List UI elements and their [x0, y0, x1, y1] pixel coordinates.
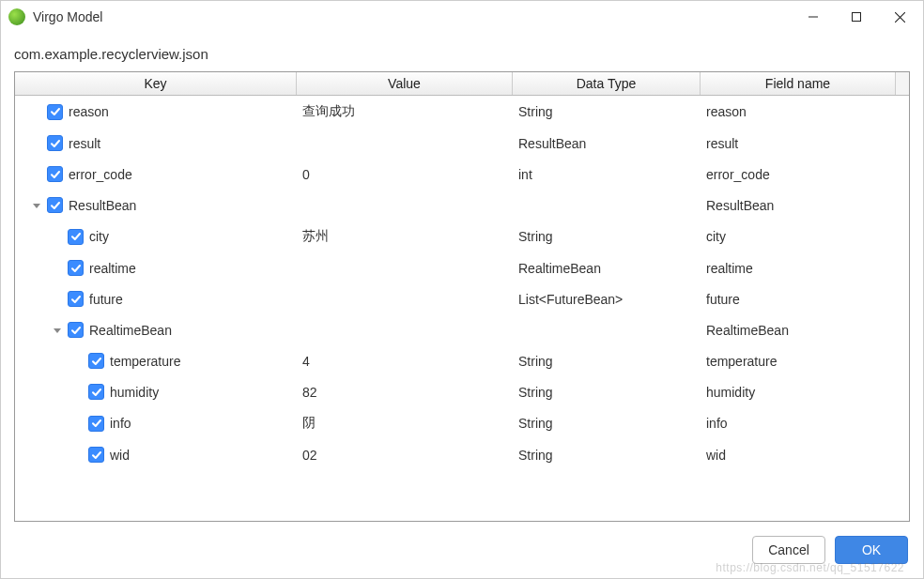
value-cell[interactable]: 苏州: [302, 228, 518, 245]
ok-button[interactable]: OK: [835, 536, 908, 564]
column-header-value[interactable]: Value: [297, 72, 513, 95]
key-label: humidity: [110, 385, 159, 400]
row-checkbox[interactable]: [88, 384, 104, 400]
value-cell[interactable]: 02: [302, 448, 518, 463]
row-checkbox[interactable]: [88, 447, 104, 463]
expander-placeholder: [51, 262, 64, 275]
row-checkbox[interactable]: [68, 260, 84, 276]
key-label: result: [69, 136, 100, 151]
field-name-cell[interactable]: humidity: [706, 385, 903, 400]
table-row[interactable]: realtimeRealtimeBeanrealtime: [15, 252, 909, 283]
table-body[interactable]: reason查询成功StringreasonresultResultBeanre…: [15, 96, 909, 521]
table-row[interactable]: info阴Stringinfo: [15, 407, 909, 439]
table-row[interactable]: resultResultBeanresult: [15, 128, 909, 159]
field-name-cell[interactable]: ResultBean: [706, 198, 903, 213]
data-type-cell[interactable]: String: [518, 104, 706, 119]
expander-placeholder: [71, 449, 85, 462]
table-row[interactable]: wid02Stringwid: [15, 439, 909, 470]
value-cell[interactable]: 82: [302, 385, 518, 400]
row-checkbox[interactable]: [68, 291, 84, 307]
table-row[interactable]: city苏州Stringcity: [15, 221, 909, 252]
field-name-cell[interactable]: temperature: [706, 354, 903, 369]
data-type-cell[interactable]: String: [518, 448, 706, 463]
value-cell[interactable]: 0: [302, 167, 518, 182]
row-checkbox[interactable]: [47, 166, 63, 182]
dialog-footer: Cancel OK https://blog.csdn.net/qq_51517…: [1, 529, 923, 578]
key-label: temperature: [110, 354, 180, 369]
data-type-cell[interactable]: ResultBean: [518, 136, 706, 151]
data-type-cell[interactable]: List<FutureBean>: [518, 292, 706, 307]
value-cell[interactable]: 4: [302, 354, 518, 369]
key-label: info: [110, 416, 131, 431]
package-path-label: com.example.recyclerview.json: [1, 33, 923, 71]
field-name-cell[interactable]: error_code: [706, 167, 903, 182]
row-checkbox[interactable]: [47, 135, 63, 151]
expander-placeholder: [30, 137, 43, 150]
field-name-cell[interactable]: info: [706, 416, 903, 431]
key-cell: result: [21, 135, 302, 151]
key-cell: ResultBean: [21, 197, 302, 213]
key-cell: info: [21, 416, 302, 432]
key-label: future: [89, 292, 123, 307]
data-type-cell[interactable]: RealtimeBean: [518, 261, 706, 276]
expander-placeholder: [30, 105, 43, 118]
data-type-cell[interactable]: int: [518, 167, 706, 182]
table-row[interactable]: ResultBeanResultBean: [15, 190, 909, 221]
table-row[interactable]: temperature4Stringtemperature: [15, 345, 909, 376]
data-type-cell[interactable]: String: [518, 229, 706, 244]
scrollbar-gap: [896, 72, 909, 95]
row-checkbox[interactable]: [68, 229, 84, 245]
expander-icon[interactable]: [30, 199, 43, 212]
field-name-cell[interactable]: realtime: [706, 261, 903, 276]
key-cell: reason: [21, 104, 302, 120]
key-cell: temperature: [21, 353, 302, 369]
key-label: ResultBean: [69, 198, 136, 213]
row-checkbox[interactable]: [47, 104, 63, 120]
data-type-cell[interactable]: String: [518, 354, 706, 369]
key-label: error_code: [69, 167, 132, 182]
table-row[interactable]: humidity82Stringhumidity: [15, 376, 909, 407]
value-cell[interactable]: 查询成功: [302, 103, 518, 120]
expander-placeholder: [71, 417, 85, 430]
key-cell: future: [21, 291, 302, 307]
expander-placeholder: [71, 355, 85, 368]
field-name-cell[interactable]: wid: [706, 448, 903, 463]
cancel-button[interactable]: Cancel: [752, 536, 825, 564]
row-checkbox[interactable]: [47, 197, 63, 213]
column-header-field-name[interactable]: Field name: [701, 72, 896, 95]
key-cell: humidity: [21, 384, 302, 400]
expander-placeholder: [51, 293, 64, 306]
field-name-cell[interactable]: RealtimeBean: [706, 323, 903, 338]
svg-rect-0: [853, 13, 861, 22]
key-label: city: [89, 229, 109, 244]
key-cell: wid: [21, 447, 302, 463]
table-row[interactable]: RealtimeBeanRealtimeBean: [15, 314, 909, 345]
row-checkbox[interactable]: [68, 322, 84, 338]
column-header-data-type[interactable]: Data Type: [513, 72, 701, 95]
row-checkbox[interactable]: [88, 416, 104, 432]
data-type-cell[interactable]: String: [518, 385, 706, 400]
field-name-cell[interactable]: reason: [706, 104, 903, 119]
close-button[interactable]: [878, 2, 921, 32]
window-title: Virgo Model: [33, 9, 102, 24]
key-cell: RealtimeBean: [21, 322, 302, 338]
field-name-cell[interactable]: city: [706, 229, 903, 244]
key-label: reason: [69, 104, 109, 119]
row-checkbox[interactable]: [88, 353, 104, 369]
maximize-button[interactable]: [835, 2, 878, 32]
table-row[interactable]: futureList<FutureBean>future: [15, 283, 909, 314]
key-cell: realtime: [21, 260, 302, 276]
table-row[interactable]: reason查询成功Stringreason: [15, 96, 909, 128]
minimize-button[interactable]: [792, 2, 835, 32]
value-cell[interactable]: 阴: [302, 415, 518, 432]
column-header-key[interactable]: Key: [15, 72, 297, 95]
data-type-cell[interactable]: String: [518, 416, 706, 431]
titlebar: Virgo Model: [1, 1, 923, 33]
field-name-cell[interactable]: result: [706, 136, 903, 151]
key-cell: city: [21, 229, 302, 245]
app-icon: [8, 8, 25, 25]
expander-icon[interactable]: [51, 324, 64, 337]
table-row[interactable]: error_code0interror_code: [15, 159, 909, 190]
table-header: Key Value Data Type Field name: [15, 72, 909, 96]
field-name-cell[interactable]: future: [706, 292, 903, 307]
